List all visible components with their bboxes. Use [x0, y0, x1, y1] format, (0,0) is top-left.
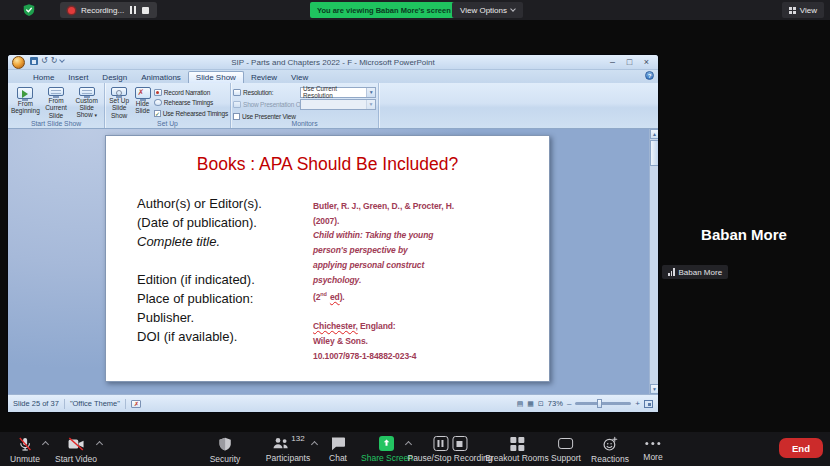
video-options-chevron[interactable]: [96, 441, 103, 448]
quick-access-toolbar: ↺ ↻: [30, 57, 64, 65]
qat-dropdown-icon[interactable]: [60, 57, 66, 63]
record-narration-button[interactable]: Record Narration: [154, 87, 228, 98]
set-up-slide-show-icon: [111, 87, 127, 96]
support-button[interactable]: Support: [551, 436, 581, 463]
citation-line-place: Chichester, England:: [313, 319, 454, 334]
tab-animations[interactable]: Animations: [134, 72, 188, 83]
text-line: Place of publication:: [137, 289, 262, 308]
resolution-select[interactable]: Use Current Resolution ▼: [300, 87, 376, 98]
minimize-button[interactable]: –: [604, 56, 621, 68]
slide-workspace: Books : APA Should Be Included? Author(s…: [8, 129, 658, 394]
share-screen-button[interactable]: Share Screen: [361, 436, 413, 463]
spell-check-icon[interactable]: [131, 400, 141, 408]
checkbox-unchecked-icon: [233, 113, 240, 120]
view-options-button[interactable]: View Options: [452, 2, 523, 18]
undo-icon[interactable]: ↺: [41, 57, 48, 65]
slide-canvas: Books : APA Should Be Included? Author(s…: [105, 135, 550, 382]
zoom-slider-thumb[interactable]: [597, 399, 602, 408]
custom-slide-show-button[interactable]: Custom Slide Show ▾: [71, 85, 102, 119]
view-layout-button[interactable]: View: [782, 2, 824, 18]
chat-button[interactable]: Chat: [329, 436, 347, 463]
text-line: (Date of publication).: [137, 213, 262, 232]
stop-recording-icon[interactable]: [452, 436, 467, 451]
breakout-rooms-button[interactable]: Breakout Rooms: [485, 436, 548, 463]
tab-insert[interactable]: Insert: [61, 72, 95, 83]
recording-dot-icon: [68, 7, 75, 14]
slide-show-ribbon: From Beginning From Current Slide Custom…: [8, 83, 658, 129]
citation-line: 10.1007/978-1-84882-023-4: [313, 349, 454, 364]
normal-view-button[interactable]: ▤: [517, 400, 524, 407]
rehearse-timings-button[interactable]: Rehearse Timings: [154, 98, 228, 109]
encryption-shield-icon[interactable]: [22, 3, 36, 17]
support-icon: [559, 438, 574, 449]
participants-options-chevron[interactable]: [311, 441, 318, 448]
use-rehearsed-timings-label: Use Rehearsed Timings: [163, 110, 228, 117]
zoom-toolbar: Unmute Start Video Security: [0, 432, 830, 466]
tab-view[interactable]: View: [284, 72, 315, 83]
security-button[interactable]: Security: [210, 436, 241, 464]
office-button[interactable]: [12, 56, 25, 69]
pause-stop-recording-button[interactable]: Pause/Stop Recording: [407, 436, 492, 463]
scroll-up-icon[interactable]: ▲: [650, 129, 658, 139]
reactions-button[interactable]: Reactions: [591, 436, 629, 464]
zoom-slider[interactable]: [575, 402, 631, 405]
zoom-in-button[interactable]: +: [635, 400, 640, 408]
use-presenter-view-label: Use Presenter View: [242, 113, 296, 120]
scroll-down-icon[interactable]: ▼: [650, 384, 658, 394]
share-screen-label: Share Screen: [361, 453, 413, 463]
scrollbar-thumb[interactable]: [650, 140, 658, 166]
set-up-slide-show-button[interactable]: Set Up Slide Show: [107, 85, 131, 119]
participants-label: Participants: [266, 453, 310, 463]
unmute-button[interactable]: Unmute: [10, 436, 40, 464]
participants-button[interactable]: 132 Participants: [266, 436, 310, 463]
citation-line: psychology.: [313, 273, 454, 288]
support-label: Support: [551, 453, 581, 463]
custom-slide-show-icon: [79, 87, 95, 96]
fit-to-window-button[interactable]: [644, 400, 653, 408]
chevron-down-icon: [510, 6, 516, 12]
from-current-slide-button[interactable]: From Current Slide: [41, 85, 72, 119]
tab-slide-show[interactable]: Slide Show: [188, 71, 244, 83]
from-beginning-button[interactable]: From Beginning: [10, 85, 41, 119]
hide-slide-button[interactable]: ✗ Hide Slide: [131, 85, 154, 119]
more-button[interactable]: More: [643, 436, 662, 462]
start-group-label: Start Slide Show: [8, 120, 104, 127]
ribbon-tab-strip: Home Insert Design Animations Slide Show…: [8, 70, 658, 83]
breakout-rooms-icon: [510, 437, 524, 451]
resolution-icon: [233, 89, 241, 96]
tab-review[interactable]: Review: [244, 72, 284, 83]
slide-show-view-button[interactable]: ⊡: [538, 400, 544, 407]
zoom-out-button[interactable]: –: [567, 400, 571, 408]
reactions-smiley-icon: [602, 436, 618, 452]
end-meeting-button[interactable]: End: [779, 438, 823, 458]
window-controls: – □ ×: [604, 56, 655, 68]
citation-line: person's perspective by: [313, 243, 454, 258]
badge-name-label: Baban More: [679, 268, 723, 277]
show-presentation-on-icon: [233, 101, 241, 108]
citation-line: (2007).: [313, 214, 454, 229]
start-video-button[interactable]: Start Video: [55, 436, 97, 464]
vertical-scrollbar[interactable]: ▲ ▼: [649, 129, 658, 394]
redo-icon[interactable]: ↻: [51, 57, 58, 65]
from-beginning-icon: [17, 87, 33, 99]
audio-level-icon: [668, 268, 675, 276]
help-icon[interactable]: ?: [645, 71, 654, 80]
from-beginning-label: From Beginning: [10, 100, 41, 115]
stop-recording-icon[interactable]: [142, 7, 149, 14]
close-button[interactable]: ×: [638, 56, 655, 68]
pause-recording-icon[interactable]: [130, 6, 136, 14]
pause-recording-icon[interactable]: [433, 436, 448, 451]
viewing-screen-banner: You are viewing Baban More's screen: [310, 2, 458, 18]
from-current-slide-label: From Current Slide: [41, 97, 72, 119]
slide-sorter-view-button[interactable]: ▦: [527, 400, 534, 407]
tab-home[interactable]: Home: [26, 72, 61, 83]
citation-line: Butler, R. J., Green, D., & Procter, H.: [313, 199, 454, 214]
restore-button[interactable]: □: [621, 56, 638, 68]
save-icon[interactable]: [30, 57, 38, 65]
tab-design[interactable]: Design: [95, 72, 134, 83]
checkbox-checked-icon: ✓: [154, 110, 161, 117]
more-dots-icon: [646, 442, 661, 445]
use-rehearsed-timings-checkbox[interactable]: ✓ Use Rehearsed Timings: [154, 108, 228, 119]
audio-options-chevron[interactable]: [42, 441, 49, 448]
more-label: More: [643, 452, 662, 462]
